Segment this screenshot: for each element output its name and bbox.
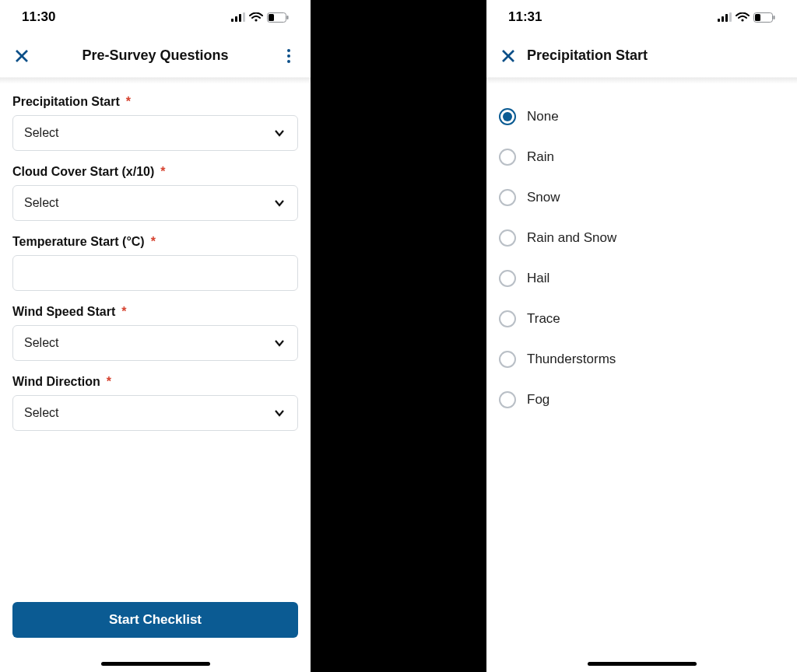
- radio-icon: [499, 229, 516, 247]
- svg-rect-14: [729, 12, 732, 22]
- home-indicator: [588, 662, 697, 666]
- label-text: Wind Speed Start: [12, 305, 115, 319]
- chevron-down-icon: [272, 406, 286, 420]
- phone-left: 11:30 32 Pre-Survey Questions Precipitat…: [0, 0, 311, 672]
- header-shadow: [486, 78, 797, 84]
- wifi-icon: [249, 12, 263, 22]
- option-hail[interactable]: Hail: [499, 258, 785, 299]
- select-value: Select: [24, 336, 58, 350]
- label-text: Wind Direction: [12, 375, 100, 389]
- option-label: Thunderstorms: [527, 352, 616, 367]
- close-icon: [15, 49, 29, 63]
- field-label: Cloud Cover Start (x/10) *: [12, 165, 298, 179]
- precipitation-options-list: None Rain Snow Rain and Snow Hail Trace …: [486, 84, 797, 432]
- battery-icon: 32: [267, 12, 289, 23]
- svg-rect-13: [725, 14, 728, 22]
- wind-direction-select[interactable]: Select: [12, 395, 298, 431]
- screenshot-divider: [311, 0, 486, 672]
- status-time: 11:31: [508, 9, 542, 25]
- option-snow[interactable]: Snow: [499, 177, 785, 218]
- radio-icon: [499, 391, 516, 408]
- wind-speed-start-select[interactable]: Select: [12, 325, 298, 361]
- status-icons: 32: [718, 12, 775, 23]
- cellular-icon: [718, 12, 732, 22]
- radio-icon: [499, 270, 516, 287]
- chevron-down-icon: [272, 126, 286, 140]
- svg-point-15: [741, 19, 743, 21]
- cellular-icon: [231, 12, 245, 22]
- label-text: Temperature Start (°C): [12, 235, 145, 249]
- required-mark: *: [151, 235, 156, 249]
- close-button[interactable]: [11, 45, 33, 67]
- option-label: Snow: [527, 190, 560, 205]
- field-wind-direction: Wind Direction * Select: [12, 375, 298, 431]
- home-indicator: [101, 662, 210, 666]
- label-text: Cloud Cover Start (x/10): [12, 165, 154, 179]
- cloud-cover-start-select[interactable]: Select: [12, 185, 298, 221]
- svg-rect-1: [235, 16, 237, 22]
- chevron-down-icon: [272, 336, 286, 350]
- svg-rect-6: [269, 14, 274, 21]
- option-label: Rain: [527, 149, 554, 165]
- svg-text:32: 32: [276, 14, 283, 21]
- chevron-down-icon: [272, 196, 286, 210]
- select-value: Select: [24, 126, 58, 140]
- radio-icon: [499, 108, 516, 125]
- field-wind-speed-start: Wind Speed Start * Select: [12, 305, 298, 361]
- field-label: Precipitation Start *: [12, 95, 298, 109]
- option-none[interactable]: None: [499, 96, 785, 137]
- option-fog[interactable]: Fog: [499, 380, 785, 420]
- option-thunderstorms[interactable]: Thunderstorms: [499, 339, 785, 380]
- field-temperature-start: Temperature Start (°C) *: [12, 235, 298, 291]
- option-label: None: [527, 109, 559, 124]
- radio-icon: [499, 149, 516, 166]
- svg-rect-11: [718, 19, 720, 22]
- field-label: Temperature Start (°C) *: [12, 235, 298, 249]
- field-label: Wind Speed Start *: [12, 305, 298, 319]
- page-title: Precipitation Start: [527, 47, 648, 64]
- battery-icon: 32: [753, 12, 775, 23]
- start-checklist-button[interactable]: Start Checklist: [12, 602, 298, 638]
- status-bar: 11:31 32: [486, 0, 797, 34]
- svg-rect-3: [243, 12, 245, 22]
- form-area: Precipitation Start * Select Cloud Cover…: [0, 84, 311, 672]
- overflow-menu-button[interactable]: [278, 45, 300, 67]
- svg-rect-18: [774, 16, 775, 19]
- svg-rect-0: [231, 19, 233, 22]
- option-trace[interactable]: Trace: [499, 299, 785, 339]
- svg-text:32: 32: [762, 14, 769, 21]
- status-bar: 11:30 32: [0, 0, 311, 34]
- field-precipitation-start: Precipitation Start * Select: [12, 95, 298, 151]
- select-value: Select: [24, 196, 58, 210]
- wifi-icon: [736, 12, 750, 22]
- option-rain[interactable]: Rain: [499, 137, 785, 177]
- precipitation-start-select[interactable]: Select: [12, 115, 298, 151]
- phone-right: 11:31 32 Precipitation Start None Rain S…: [486, 0, 797, 672]
- svg-rect-12: [722, 16, 724, 22]
- svg-rect-17: [755, 14, 760, 21]
- option-label: Hail: [527, 271, 549, 286]
- option-label: Rain and Snow: [527, 230, 616, 246]
- option-label: Fog: [527, 392, 549, 408]
- close-icon: [501, 49, 515, 63]
- required-mark: *: [160, 165, 165, 179]
- option-rain-and-snow[interactable]: Rain and Snow: [499, 218, 785, 258]
- required-mark: *: [107, 375, 111, 389]
- field-label: Wind Direction *: [12, 375, 298, 389]
- required-mark: *: [121, 305, 126, 319]
- radio-icon: [499, 310, 516, 327]
- option-label: Trace: [527, 311, 560, 327]
- screen-header: Precipitation Start: [486, 34, 797, 78]
- close-button[interactable]: [497, 45, 519, 67]
- temperature-start-input[interactable]: [12, 255, 298, 291]
- required-mark: *: [126, 95, 131, 109]
- svg-rect-7: [287, 16, 289, 19]
- status-icons: 32: [231, 12, 289, 23]
- header-shadow: [0, 78, 311, 84]
- label-text: Precipitation Start: [12, 95, 120, 109]
- overflow-menu-icon: [287, 49, 290, 63]
- screen-header: Pre-Survey Questions: [0, 34, 311, 78]
- status-time: 11:30: [22, 9, 55, 25]
- select-value: Select: [24, 406, 58, 420]
- svg-rect-2: [239, 14, 241, 22]
